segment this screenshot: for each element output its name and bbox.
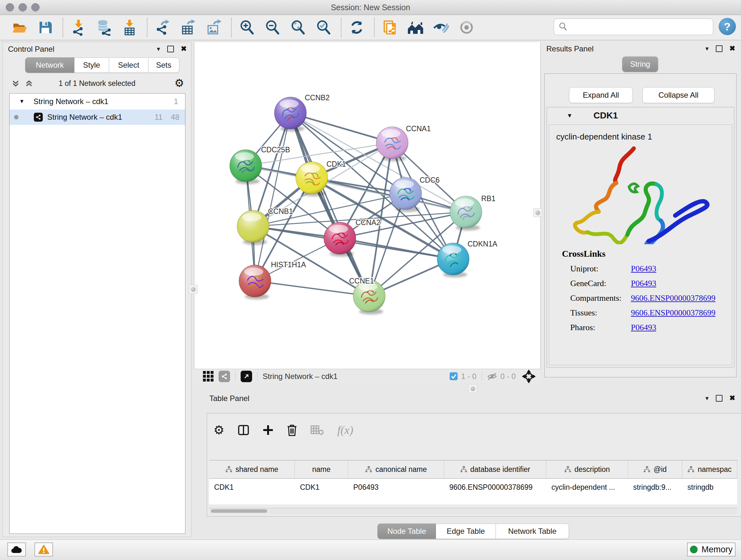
export-table-icon[interactable] — [179, 18, 197, 37]
tab-network[interactable]: Network — [25, 57, 74, 73]
network-canvas[interactable]: CCNB2CCNA1CDC25BCDK1CDC6RB1CCNB1CCNA2CDK… — [194, 42, 541, 369]
tab-edge-table[interactable]: Edge Table — [436, 523, 496, 539]
crosslink-label: Pharos: — [570, 323, 631, 332]
expand-all-button[interactable]: Expand All — [569, 87, 633, 103]
column-header-description[interactable]: description — [546, 460, 628, 478]
tab-string[interactable]: String — [622, 57, 658, 72]
table-cell[interactable]: P06493 — [348, 479, 444, 496]
table-cell[interactable]: 9606.ENSP00000378699 — [444, 479, 546, 496]
node-RB1[interactable] — [450, 196, 482, 231]
clone-network-icon[interactable] — [381, 18, 399, 37]
left-splitter-handle[interactable] — [189, 285, 198, 294]
node-CDKN1A[interactable] — [437, 243, 469, 277]
panel-menu-icon[interactable]: ▾ — [705, 45, 709, 52]
network-options-gear-icon[interactable]: ⚙ — [175, 77, 184, 89]
crosslink-link[interactable]: 9606.ENSP00000378699 — [631, 308, 716, 318]
zoom-out-icon[interactable] — [264, 18, 281, 37]
column-header-@id[interactable]: @id — [628, 460, 682, 478]
network-row-selected[interactable]: String Network – cdk1 11 48 — [10, 110, 185, 125]
cloud-button[interactable] — [7, 543, 26, 557]
node-HIST1H1A[interactable] — [239, 265, 271, 300]
refresh-view-icon[interactable] — [348, 18, 366, 37]
delete-table-icon-disabled — [311, 425, 324, 435]
birdseye-navigator-icon[interactable] — [522, 370, 536, 383]
export-image-icon[interactable] — [205, 18, 223, 37]
export-network-icon[interactable] — [154, 18, 172, 37]
column-header-database-identifier[interactable]: database identifier — [444, 460, 546, 478]
table-cell[interactable]: stringdb — [682, 479, 737, 496]
memory-button[interactable]: Memory — [687, 543, 736, 557]
warnings-button[interactable] — [35, 543, 53, 557]
node-CDC25B[interactable] — [230, 150, 262, 184]
collapse-all-button[interactable]: Collapse All — [643, 87, 715, 103]
import-network-file-icon[interactable] — [70, 18, 87, 37]
import-table-file-icon[interactable] — [121, 18, 138, 37]
zoom-selected-icon[interactable] — [315, 18, 333, 37]
save-session-icon[interactable] — [37, 18, 54, 37]
node-CCNA2[interactable] — [324, 222, 356, 257]
show-columns-icon[interactable] — [238, 424, 249, 436]
edge-CCNB2-HIST1H1A[interactable] — [255, 113, 290, 281]
selected-counts: 1 - 0 — [461, 372, 476, 381]
horizontal-scrollbar[interactable] — [209, 508, 737, 514]
search-input[interactable] — [570, 20, 713, 34]
network-collection-row[interactable]: ▼ String Network – cdk1 1 — [10, 94, 185, 110]
hierarchy-column-icon — [225, 466, 232, 473]
tab-select[interactable]: Select — [109, 57, 148, 73]
import-network-database-icon[interactable] — [95, 18, 113, 37]
crosslink-link[interactable]: P06493 — [631, 279, 656, 288]
close-panel-icon[interactable]: ✖ — [730, 395, 735, 401]
section-expander-icon[interactable]: ▼ — [567, 112, 572, 119]
float-panel-icon[interactable] — [716, 395, 723, 401]
column-header-shared-name[interactable]: shared name — [209, 460, 295, 478]
tab-style[interactable]: Style — [74, 57, 109, 73]
table-cell[interactable]: CDK1 — [209, 479, 295, 496]
show-annotations-icon[interactable] — [458, 18, 475, 37]
open-session-icon[interactable] — [11, 18, 29, 37]
table-cell[interactable]: CDK1 — [295, 479, 348, 496]
node-CCNB1[interactable] — [237, 210, 269, 245]
help-icon[interactable]: ? — [719, 18, 736, 35]
table-cell[interactable]: cyclin-dependent ... — [546, 479, 628, 496]
delete-column-icon[interactable] — [287, 424, 297, 436]
scrollbar-thumb[interactable] — [211, 509, 267, 513]
close-panel-icon[interactable]: ✖ — [181, 45, 187, 52]
column-header-name[interactable]: name — [295, 460, 348, 478]
collection-expander-icon[interactable]: ▼ — [19, 98, 24, 105]
node-label-CCNB1: CCNB1 — [268, 207, 293, 215]
crosslink-link[interactable]: P06493 — [631, 323, 656, 332]
add-column-icon[interactable] — [263, 425, 273, 435]
column-header-namespac[interactable]: namespac — [682, 460, 737, 478]
crosslink-link[interactable]: P06493 — [631, 264, 656, 273]
panel-menu-icon[interactable]: ▾ — [705, 395, 709, 401]
home-icon[interactable] — [407, 18, 424, 37]
hierarchy-column-icon — [460, 466, 467, 473]
crosslink-link[interactable]: 9606.ENSP00000378699 — [631, 294, 716, 303]
table-cell[interactable]: stringdb:9... — [628, 479, 682, 496]
panel-menu-icon[interactable]: ▾ — [157, 46, 160, 52]
float-panel-icon[interactable] — [716, 45, 723, 52]
zoom-in-icon[interactable] — [238, 18, 256, 37]
column-header-canonical-name[interactable]: canonical name — [348, 460, 444, 478]
float-panel-icon[interactable] — [167, 46, 174, 52]
close-panel-icon[interactable]: ✖ — [730, 45, 735, 52]
node-CDK1[interactable] — [296, 162, 328, 196]
open-in-window-icon[interactable] — [241, 371, 252, 382]
node-label-CDC25B: CDC25B — [261, 145, 290, 154]
show-grid-icon[interactable] — [203, 371, 213, 381]
string-network-badge-icon[interactable] — [219, 371, 230, 382]
fit-content-icon[interactable] — [289, 18, 307, 37]
node-CCNE1[interactable] — [353, 280, 385, 314]
bottom-splitter-handle[interactable] — [468, 384, 477, 393]
hidden-eye-icon[interactable] — [487, 372, 497, 381]
tab-sets[interactable]: Sets — [148, 57, 179, 73]
table-options-gear-icon[interactable]: ⚙ — [213, 424, 224, 436]
right-splitter-handle[interactable] — [533, 208, 542, 217]
tab-node-table[interactable]: Node Table — [378, 523, 436, 539]
gene-section-header[interactable]: ▼ CDK1 — [547, 107, 734, 124]
tab-network-table[interactable]: Network Table — [496, 523, 569, 539]
table-row[interactable]: CDK1CDK1P064939606.ENSP00000378699cyclin… — [209, 479, 737, 496]
node-CCNA1[interactable] — [376, 127, 408, 161]
show-graphics-details-icon[interactable] — [432, 18, 450, 37]
selected-checkbox-icon[interactable] — [449, 372, 458, 381]
